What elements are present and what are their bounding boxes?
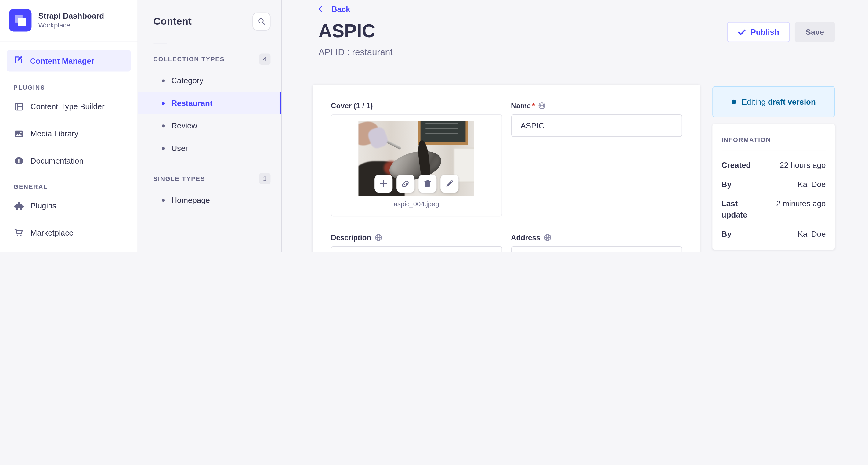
bullet-icon	[162, 124, 164, 127]
globe-icon	[538, 102, 546, 109]
description-textarea[interactable]: ASPIC est un restaurant parisien situé a…	[331, 246, 502, 252]
field-address: Address 24 rue de la Tour d'Auvergne, 75…	[511, 234, 682, 252]
sidebar-item-settings[interactable]: ⚙ Settings	[0, 250, 138, 252]
divider	[0, 42, 138, 42]
check-icon	[738, 29, 746, 35]
sidebar-section-general: GENERAL	[0, 183, 138, 190]
image-icon	[13, 128, 24, 138]
required-mark: *	[532, 101, 535, 110]
edit-media-button[interactable]	[440, 175, 458, 192]
sidebar-item-label: Media Library	[31, 129, 79, 138]
divider	[153, 43, 167, 43]
info-row-created-by: By Kai Doe	[721, 179, 826, 190]
sidebar-item-label: Marketplace	[31, 228, 73, 237]
sidebar-item-content-type-builder[interactable]: Content-Type Builder	[0, 96, 138, 117]
feather-icon	[13, 55, 23, 66]
meta-column: Editing draft version INFORMATION Create…	[712, 86, 835, 252]
back-link[interactable]: Back	[318, 5, 350, 14]
field-name: Name* ASPIC	[511, 101, 682, 137]
subnav-item-review[interactable]: Review	[138, 115, 281, 137]
section-collection-types: COLLECTION TYPES 4	[138, 53, 281, 65]
cover-media-box: aspic_004.jpeg	[331, 115, 502, 216]
puzzle-icon	[13, 200, 24, 211]
layout-grid-icon	[13, 101, 24, 112]
sidebar-item-media-library[interactable]: Media Library	[0, 123, 138, 144]
information-title: INFORMATION	[721, 136, 826, 143]
count-badge: 4	[259, 53, 271, 65]
copy-link-button[interactable]	[397, 175, 414, 192]
arrow-left-icon	[318, 5, 327, 12]
sidebar-item-label: Documentation	[31, 156, 84, 165]
sidebar-item-label: Content Manager	[30, 57, 94, 66]
cover-filename: aspic_004.jpeg	[394, 200, 439, 208]
status-dot-icon	[732, 99, 736, 104]
subnav-item-user[interactable]: User	[138, 137, 281, 160]
search-button[interactable]	[252, 12, 271, 31]
brand: Strapi Dashboard Workplace	[0, 0, 138, 40]
pencil-icon	[445, 180, 453, 188]
address-input[interactable]: 24 rue de la Tour d'Auvergne, 75009 Pa	[511, 246, 682, 252]
save-button[interactable]: Save	[795, 22, 835, 42]
info-circle-icon	[13, 156, 24, 166]
search-icon	[257, 18, 266, 25]
sidebar-item-marketplace[interactable]: Marketplace	[0, 222, 138, 243]
page-title: ASPIC	[318, 20, 375, 41]
sidebar-item-label: Plugins	[31, 201, 57, 210]
strapi-logo-icon	[9, 9, 32, 32]
name-input[interactable]: ASPIC	[511, 115, 682, 137]
cart-icon	[13, 228, 24, 238]
sidebar-item-documentation[interactable]: Documentation	[0, 150, 138, 170]
sidebar-item-label: Content-Type Builder	[31, 102, 105, 111]
sidebar-item-content-manager[interactable]: Content Manager	[7, 50, 131, 71]
delete-media-button[interactable]	[418, 175, 436, 192]
entry-form-card: Cover (1 / 1)	[313, 85, 700, 252]
publish-button[interactable]: Publish	[727, 22, 790, 42]
subnav-item-homepage[interactable]: Homepage	[138, 189, 281, 212]
api-id-subtitle: API ID : restaurant	[318, 47, 393, 57]
cover-photo	[359, 121, 474, 196]
section-single-types: SINGLE TYPES 1	[138, 173, 281, 184]
main-sidebar: Strapi Dashboard Workplace Content Manag…	[0, 0, 138, 252]
field-description: Description ASPIC est un restaurant pari…	[331, 234, 502, 252]
trash-icon	[423, 180, 431, 188]
bullet-icon	[162, 79, 164, 82]
bullet-icon	[162, 102, 164, 104]
subnav-item-restaurant[interactable]: Restaurant	[138, 92, 281, 115]
information-card: INFORMATION Created 22 hours ago By Kai …	[712, 124, 835, 250]
subnav-item-category[interactable]: Category	[138, 69, 281, 92]
bullet-icon	[162, 147, 164, 150]
draft-status-banner: Editing draft version	[712, 86, 835, 118]
workspace-name: Workplace	[38, 21, 104, 30]
globe-icon	[374, 234, 382, 241]
content-subnav: Content COLLECTION TYPES 4 Category Rest…	[138, 0, 282, 252]
info-row-updated-by: By Kai Doe	[721, 228, 826, 240]
add-media-button[interactable]	[374, 175, 393, 192]
sidebar-section-plugins: PLUGINS	[0, 84, 138, 91]
bullet-icon	[162, 198, 164, 202]
field-cover: Cover (1 / 1)	[331, 101, 502, 216]
link-icon	[401, 179, 410, 188]
plus-icon	[379, 180, 387, 188]
subnav-title: Content	[153, 16, 192, 27]
info-row-created: Created 22 hours ago	[721, 160, 826, 171]
strapi-dashboard: Strapi Dashboard Workplace Content Manag…	[0, 0, 868, 252]
app-title: Strapi Dashboard	[38, 11, 104, 21]
info-row-last-update: Last update 2 minutes ago	[721, 198, 826, 220]
divider	[721, 150, 826, 150]
count-badge: 1	[259, 173, 271, 184]
globe-slash-icon	[544, 234, 551, 241]
sidebar-item-plugins[interactable]: Plugins	[0, 195, 138, 216]
